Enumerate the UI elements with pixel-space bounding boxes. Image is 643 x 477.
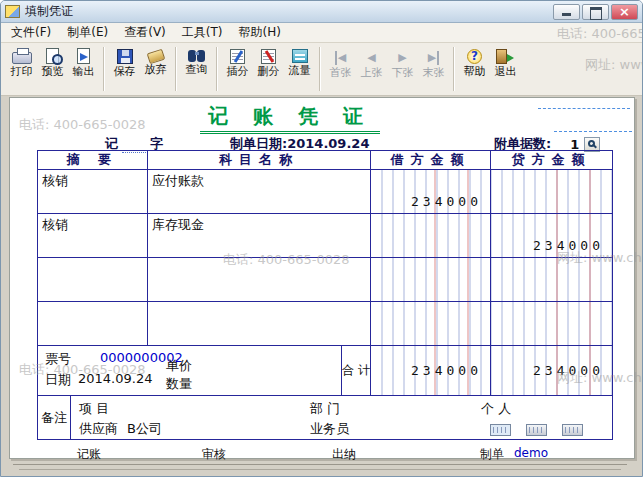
- voucher-word-prefix: 记: [105, 136, 118, 151]
- make-date-value[interactable]: 2014.09.24: [287, 136, 369, 151]
- debit-amount-cell[interactable]: 234000: [371, 170, 491, 214]
- voucher-paper: 记 账 凭 证 记字 制单日期:2014.09.24 附单据数:1 摘 要 科目…: [9, 97, 635, 459]
- voucher-title-text: 记 账 凭 证: [200, 103, 380, 134]
- voucher-word-suffix: 字: [150, 136, 163, 151]
- toolbar-separator: [319, 47, 321, 91]
- discard-eraser-icon: [146, 49, 165, 64]
- toolbar-button-previous-voucher[interactable]: 上张: [356, 45, 387, 93]
- entry-row: [38, 302, 613, 346]
- toolbar-label-exit: 退出: [495, 66, 517, 78]
- toolbar-label-cash-flow: 流量: [289, 65, 311, 77]
- account-cell[interactable]: 应付账款: [148, 170, 371, 214]
- account-cell[interactable]: [148, 302, 371, 346]
- stacked-voucher-edge: [13, 464, 627, 465]
- close-button[interactable]: [611, 4, 638, 20]
- toolbar-button-insert-entry[interactable]: 插分: [222, 45, 253, 93]
- menu-help[interactable]: 帮助(H): [231, 22, 289, 43]
- summary-cell[interactable]: 核销: [38, 214, 148, 258]
- remark-row: 备注 项 目 供应商 B公司 部 门 业务员 个 人: [38, 396, 613, 440]
- toolbar-button-next-voucher[interactable]: 下张: [387, 45, 418, 93]
- magnifier-icon: [588, 140, 595, 147]
- credit-amount-cell[interactable]: [491, 302, 613, 346]
- person-label[interactable]: 个 人: [481, 400, 511, 418]
- menu-make-voucher[interactable]: 制单(E): [59, 22, 116, 43]
- toolbar-button-first-voucher[interactable]: 首张: [325, 45, 356, 93]
- voucher-header: 记字 制单日期:2014.09.24 附单据数:1: [10, 135, 634, 151]
- total-debit-cell: 234000: [371, 346, 491, 396]
- audit-label: 审核: [202, 446, 226, 463]
- calculator-icon[interactable]: [562, 424, 583, 436]
- stacked-voucher-edge: [19, 469, 621, 470]
- toolbar-button-delete-entry[interactable]: 删分: [253, 45, 284, 93]
- toolbar-button-preview[interactable]: 预览: [37, 45, 68, 93]
- credit-amount-cell[interactable]: [491, 258, 613, 302]
- toolbar-label-print: 打印: [11, 66, 33, 78]
- first-voucher-icon: [335, 51, 346, 65]
- ticket-no-label: 票号: [45, 350, 71, 368]
- table-header-row: 摘 要 科目名称 借方金额 贷方金额: [38, 151, 613, 170]
- save-floppy-icon: [117, 49, 133, 64]
- quantity-label: 数量: [166, 375, 192, 393]
- menubar: 文件(F) 制单(E) 查看(V) 工具(T) 帮助(H): [1, 23, 642, 43]
- toolbar-button-help[interactable]: 帮助: [459, 45, 490, 93]
- toolbar-separator: [216, 47, 218, 91]
- cash-flow-icon: [292, 49, 308, 63]
- toolbar-button-cash-flow[interactable]: 流量: [284, 45, 315, 93]
- entry-row: 核销 库存现金 234000: [38, 214, 613, 258]
- menu-file[interactable]: 文件(F): [3, 22, 59, 43]
- next-voucher-icon: [398, 51, 406, 65]
- account-cell[interactable]: 库存现金: [148, 214, 371, 258]
- entry-row: 核销 应付账款 234000: [38, 170, 613, 214]
- credit-amount-cell[interactable]: 234000: [491, 214, 613, 258]
- salesman-label[interactable]: 业务员: [310, 420, 349, 438]
- ticket-date-value[interactable]: 2014.09.24: [78, 371, 152, 386]
- voucher-no-dashed-line: [538, 108, 630, 109]
- export-icon: [77, 48, 90, 64]
- toolbar-button-discard[interactable]: 放弃: [140, 45, 171, 93]
- menu-tools[interactable]: 工具(T): [174, 22, 231, 43]
- menu-view[interactable]: 查看(V): [116, 22, 174, 43]
- last-voucher-icon: [428, 51, 439, 65]
- toolbar-label-delete-entry: 删分: [258, 66, 280, 78]
- debit-amount-cell[interactable]: [371, 258, 491, 302]
- toolbar-separator: [103, 47, 105, 91]
- total-credit-cell: 234000: [491, 346, 613, 396]
- col-header-summary: 摘 要: [38, 151, 148, 170]
- toolbar-label-first-voucher: 首张: [330, 67, 352, 79]
- voucher-no-dashed-line: [554, 131, 632, 132]
- summary-cell[interactable]: [38, 302, 148, 346]
- toolbar-button-output[interactable]: 输出: [68, 45, 99, 93]
- toolbar-button-print[interactable]: 打印: [6, 45, 37, 93]
- summary-cell[interactable]: [38, 258, 148, 302]
- supplier-value[interactable]: B公司: [127, 420, 162, 438]
- toolbar-label-query: 查询: [186, 64, 208, 76]
- toolbar-label-save: 保存: [114, 66, 136, 78]
- credit-amount-cell[interactable]: [491, 170, 613, 214]
- summary-cell[interactable]: 核销: [38, 170, 148, 214]
- account-cell[interactable]: [148, 258, 371, 302]
- bookkeeping-label: 记账: [77, 446, 101, 463]
- toolbar-button-query[interactable]: 查询: [181, 45, 212, 93]
- project-label[interactable]: 项 目: [79, 400, 109, 418]
- toolbar-label-output: 输出: [73, 66, 95, 78]
- debit-amount-cell[interactable]: [371, 214, 491, 258]
- soft-keyboard-icon[interactable]: [490, 424, 511, 436]
- col-header-credit: 贷方金额: [491, 151, 613, 170]
- workspace: 记 账 凭 证 记字 制单日期:2014.09.24 附单据数:1 摘 要 科目…: [1, 96, 642, 476]
- minimize-button[interactable]: [553, 4, 580, 20]
- totals-row: 票号 0000000002 日期 2014.09.24 单价 数量 合 计 23…: [38, 346, 613, 396]
- previous-voucher-icon: [367, 51, 375, 65]
- debit-amount-cell[interactable]: [371, 302, 491, 346]
- voucher-table: 摘 要 科目名称 借方金额 贷方金额 核销 应付账款 234000 核销 库存现…: [37, 150, 613, 440]
- toolbar-button-last-voucher[interactable]: 末张: [418, 45, 449, 93]
- help-icon: [467, 49, 482, 64]
- maximize-button[interactable]: [582, 4, 609, 20]
- toolbar-button-save[interactable]: 保存: [109, 45, 140, 93]
- department-label[interactable]: 部 门: [310, 400, 340, 418]
- voucher-title: 记 账 凭 证: [10, 103, 570, 134]
- remark-cell: 备注 项 目 供应商 B公司 部 门 业务员 个 人: [38, 396, 613, 440]
- keyboard-icon[interactable]: [526, 424, 547, 436]
- binoculars-icon: [188, 50, 196, 62]
- toolbar-button-exit[interactable]: 退出: [490, 45, 521, 93]
- delete-entry-icon: [261, 49, 276, 64]
